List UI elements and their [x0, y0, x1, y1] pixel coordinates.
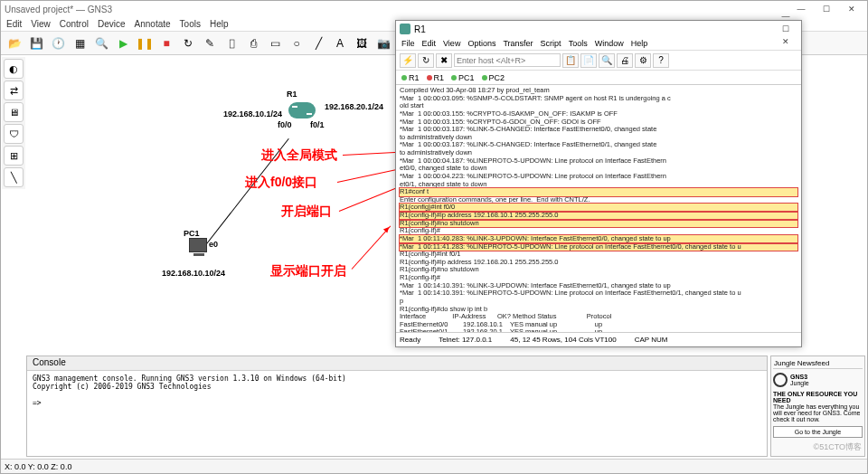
reconnect-icon[interactable]: ↻ [418, 53, 434, 68]
print-icon[interactable]: 🖨 [617, 53, 633, 68]
if-label-f00: f0/0 [278, 120, 292, 129]
term-minimize-button[interactable]: — [774, 10, 797, 23]
text-icon[interactable]: A [330, 34, 350, 52]
router-node[interactable] [288, 102, 316, 118]
main-statusbar: X: 0.0 Y: 0.0 Z: 0.0 [1, 459, 867, 473]
net-label-right: 192.168.20.1/24 [325, 102, 383, 111]
watermark: ©51CTO博客 [814, 441, 862, 453]
device-toolbar: ◐ ⇄ 🖥 🛡 ⊞ ╲ [2, 57, 25, 189]
clock-icon[interactable]: 🕐 [48, 34, 68, 52]
maximize-button[interactable]: ☐ [815, 3, 838, 15]
status-conn: Telnet: 127.0.0.1 [439, 336, 492, 344]
menu-item[interactable]: Help [631, 39, 648, 48]
menu-item[interactable]: Edit [422, 39, 437, 48]
terminal-title: R1 [414, 24, 426, 34]
news-body: The Jungle has everything you will ever … [773, 403, 863, 422]
open-icon[interactable]: 📂 [5, 34, 24, 52]
app-title: Unsaved project* — GNS3 [5, 5, 112, 14]
terminal-menubar: File Edit View Options Transfer Script T… [396, 37, 801, 51]
brand-text: GNS3 [790, 374, 807, 380]
menu-item[interactable]: Annotate [135, 19, 171, 29]
pc-tool-icon[interactable]: 🖥 [4, 102, 24, 122]
main-titlebar: Unsaved project* — GNS3 — ☐ ✕ [1, 1, 867, 17]
zoom-icon[interactable]: 🔍 [91, 34, 111, 52]
terminal-titlebar: R1 — ☐ ✕ [396, 21, 801, 37]
snapshot-icon[interactable]: ⎙ [243, 34, 263, 52]
circle-icon[interactable]: ○ [287, 34, 307, 52]
console-tab[interactable]: Console [27, 356, 767, 371]
menu-item[interactable]: Control [60, 19, 89, 29]
coords-readout: X: 0.0 Y: 0.0 Z: 0.0 [5, 462, 71, 471]
menu-item[interactable]: Window [595, 39, 624, 48]
annotation-global-mode: 进入全局模式 [261, 147, 337, 164]
find-icon[interactable]: 🔍 [599, 53, 615, 68]
news-heading: THE ONLY RESOURCE YOU NEED [773, 391, 863, 403]
menu-item[interactable]: Transfer [503, 39, 533, 48]
pause-icon[interactable]: ❚❚ [135, 34, 155, 52]
play-icon[interactable]: ▶ [113, 34, 133, 52]
grid-icon[interactable]: ▦ [70, 34, 90, 52]
console-output: GNS3 management console. Running GNS3 ve… [27, 371, 767, 411]
host-input[interactable] [454, 53, 561, 67]
net-label-left: 192.168.10.1/24 [223, 109, 282, 118]
pc-label: PC1 [184, 229, 200, 238]
menu-item[interactable]: View [31, 19, 51, 29]
menu-item[interactable]: Device [98, 19, 126, 29]
status-pos: 45, 12 45 Rows, 104 Cols VT100 [510, 336, 616, 344]
edit-icon[interactable]: ✎ [200, 34, 220, 52]
router-tool-icon[interactable]: ◐ [4, 59, 24, 79]
copy-icon[interactable]: 📋 [562, 53, 579, 68]
security-tool-icon[interactable]: 🛡 [4, 124, 24, 144]
connect-icon[interactable]: ⚡ [400, 53, 416, 68]
settings-icon[interactable]: ⚙ [635, 53, 651, 68]
camera-icon[interactable]: 📷 [373, 34, 393, 52]
menu-item[interactable]: Options [467, 39, 495, 48]
rect-icon[interactable]: ▭ [265, 34, 285, 52]
newsfeed-tab[interactable]: Jungle Newsfeed [773, 358, 863, 369]
annotation-show-up: 显示端口开启 [270, 263, 346, 280]
tab-r1-a[interactable]: R1 [401, 73, 420, 82]
image-icon[interactable]: 🖼 [352, 34, 372, 52]
arrow [352, 226, 392, 270]
session-tabs: R1 R1 PC1 PC2 [396, 71, 801, 85]
disconnect-icon[interactable]: ✖ [436, 53, 452, 68]
gns3-logo-icon [773, 373, 788, 387]
console-icon[interactable]: ⌷ [222, 34, 241, 52]
paste-icon[interactable]: 📄 [580, 53, 597, 68]
pc-if-label: e0 [209, 240, 218, 249]
menu-item[interactable]: Tools [569, 39, 588, 48]
terminal-output[interactable]: Compiled Wed 30-Apr-08 18:27 by prod_rel… [396, 85, 801, 332]
help-icon[interactable]: ? [653, 53, 669, 68]
all-devices-icon[interactable]: ⊞ [4, 146, 24, 166]
go-jungle-button[interactable]: Go to the Jungle [773, 426, 863, 438]
tab-r1-b[interactable]: R1 [427, 73, 445, 82]
status-dot-icon [401, 75, 407, 81]
line-icon[interactable]: ╱ [308, 34, 328, 52]
link-tool-icon[interactable]: ╲ [4, 167, 24, 187]
close-button[interactable]: ✕ [840, 3, 863, 15]
router-label: R1 [287, 90, 297, 99]
annotation-no-shut: 开启端口 [281, 204, 332, 220]
pc-net-label: 192.168.10.10/24 [162, 269, 225, 278]
status-dot-icon [427, 75, 432, 81]
menu-item[interactable]: Tools [180, 19, 201, 29]
menu-item[interactable]: File [401, 39, 415, 48]
terminal-toolbar: ⚡ ↻ ✖ 📋 📄 🔍 🖨 ⚙ ? [396, 51, 801, 71]
if-label-f01: f0/1 [310, 120, 325, 129]
menu-item[interactable]: Help [210, 19, 229, 29]
annotation-int-f00: 进入f0/0接口 [245, 175, 317, 191]
pc-node[interactable] [189, 238, 207, 252]
save-icon[interactable]: 💾 [26, 34, 46, 52]
status-dot-icon [451, 75, 457, 81]
menu-item[interactable]: Script [541, 39, 561, 48]
menu-item[interactable]: View [443, 39, 460, 48]
switch-tool-icon[interactable]: ⇄ [4, 81, 24, 100]
menu-item[interactable]: Edit [6, 19, 22, 29]
status-dot-icon [482, 75, 487, 81]
tab-pc1[interactable]: PC1 [451, 73, 475, 82]
tab-pc2[interactable]: PC2 [482, 73, 505, 82]
term-maximize-button[interactable]: ☐ [774, 23, 797, 35]
reload-icon[interactable]: ↻ [178, 34, 198, 52]
stop-icon[interactable]: ■ [156, 34, 176, 52]
terminal-icon [400, 24, 410, 34]
